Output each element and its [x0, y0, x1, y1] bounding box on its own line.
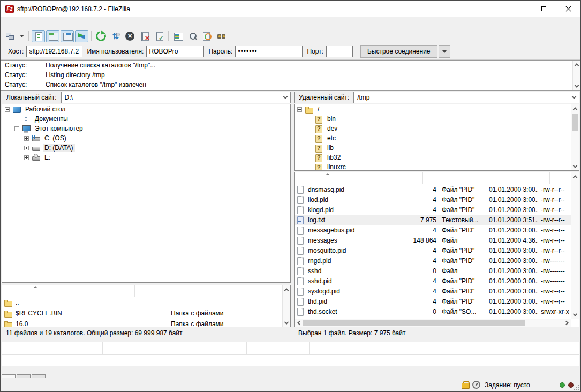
refresh-button[interactable] [94, 30, 108, 42]
thd.socket[interactable]: thd.socket 0 Файл "SO... 01.01.2000 3:00… [295, 306, 579, 316]
tree-item-lib32[interactable]: lib32 [295, 153, 579, 162]
menu-view[interactable] [21, 21, 31, 25]
column-header[interactable] [295, 172, 393, 184]
scroll-up-icon[interactable] [571, 104, 579, 112]
toggle-remote-tree-button[interactable] [61, 30, 74, 42]
close-button[interactable] [556, 1, 580, 17]
scroll-up-icon[interactable] [573, 61, 580, 69]
menu-server[interactable] [40, 21, 50, 25]
remote-list-hscrollbar[interactable] [295, 319, 571, 327]
tree-item-lib[interactable]: lib [295, 143, 579, 153]
dnsmasq.pid[interactable]: dnsmasq.pid 4 Файл "PID" 01.01.2000 3:00… [295, 184, 579, 194]
column-header[interactable] [393, 172, 423, 184]
column-header[interactable] [168, 285, 232, 297]
local-list-scrollbar[interactable] [282, 285, 290, 327]
log-scrollbar[interactable] [572, 61, 580, 90]
scroll-up-icon[interactable] [571, 172, 579, 180]
..[interactable]: .. [2, 297, 290, 308]
site-manager-dropdown[interactable] [18, 30, 26, 42]
scroll-up-icon[interactable] [283, 285, 290, 293]
column-header[interactable] [232, 285, 283, 297]
rngd.pid[interactable]: rngd.pid 4 Файл "PID" 01.01.2000 3:00...… [295, 255, 579, 266]
column-header[interactable] [2, 285, 135, 297]
column-header[interactable] [276, 342, 310, 354]
tree-item-this-pc[interactable]: Этот компьютер [2, 124, 290, 133]
find-files-button[interactable] [215, 30, 228, 42]
column-header[interactable] [310, 342, 384, 354]
column-header[interactable] [511, 172, 550, 184]
remote-tree-scrollbar[interactable] [571, 104, 579, 170]
scroll-thumb[interactable] [303, 320, 525, 326]
column-header[interactable] [423, 172, 465, 184]
directory-comparison-button[interactable] [171, 30, 185, 42]
host-input[interactable] [26, 46, 82, 57]
speed-limits-icon[interactable] [472, 381, 480, 389]
local-path-dropdown-icon[interactable] [281, 92, 290, 103]
cancel-operation-button[interactable] [123, 30, 137, 42]
tree-item-bin[interactable]: bin [295, 114, 579, 124]
menu-transfer[interactable] [31, 21, 40, 25]
tree-item-dev[interactable]: dev [295, 124, 579, 133]
quickconnect-button[interactable]: Быстрое соединение [360, 45, 437, 58]
menu-edit[interactable] [11, 21, 21, 25]
column-header[interactable] [2, 342, 103, 354]
tree-item-etc[interactable]: etc [295, 133, 579, 143]
minimize-button[interactable] [507, 1, 531, 17]
local-path-combobox[interactable]: D:\ [62, 92, 281, 103]
scroll-right-icon[interactable] [563, 319, 571, 327]
tree-item-drive-c[interactable]: C: (OS) [2, 133, 290, 143]
tree-item-documents[interactable]: Документы [2, 114, 290, 124]
tree-expander-icon[interactable] [5, 107, 10, 112]
column-header[interactable] [133, 342, 247, 354]
tree-item-desktop[interactable]: Рабочий стол [2, 104, 290, 114]
mosquitto.pid[interactable]: mosquitto.pid 4 Файл "PID" 01.01.2000 3:… [295, 245, 579, 255]
scroll-down-icon[interactable] [571, 162, 579, 170]
disconnect-button[interactable] [138, 30, 151, 42]
scroll-down-icon[interactable] [573, 82, 580, 90]
password-input[interactable] [235, 46, 303, 57]
toggle-transfer-queue-button[interactable] [75, 30, 88, 42]
scroll-left-icon[interactable] [295, 319, 303, 327]
tree-expander-icon[interactable] [24, 155, 29, 160]
username-input[interactable] [146, 46, 204, 57]
remote-list-vscrollbar[interactable] [571, 172, 579, 319]
tree-item-drive-e[interactable]: E: [2, 153, 290, 162]
column-header[interactable] [135, 285, 168, 297]
scroll-thumb[interactable] [572, 114, 578, 131]
klogd.pid[interactable]: klogd.pid 4 Файл "PID" 01.01.2000 3:00..… [295, 205, 579, 215]
reconnect-button[interactable] [152, 30, 165, 42]
tree-expander-icon[interactable] [24, 146, 29, 150]
tree-expander-icon[interactable] [24, 136, 29, 141]
toggle-local-tree-button[interactable] [46, 30, 59, 42]
column-header[interactable] [465, 172, 512, 184]
thd.pid[interactable]: thd.pid 4 Файл "PID" 01.01.2000 3:00... … [295, 296, 579, 306]
lock-icon[interactable] [462, 381, 469, 389]
port-input[interactable] [326, 46, 353, 57]
sshd.pid[interactable]: sshd.pid 4 Файл "PID" 01.01.2000 3:00...… [295, 276, 579, 286]
remote-path-dropdown-icon[interactable] [569, 92, 579, 103]
quickconnect-dropdown[interactable] [439, 45, 450, 58]
scroll-down-icon[interactable] [571, 311, 579, 319]
menu-bookmarks[interactable] [50, 21, 59, 25]
iiod.pid[interactable]: iiod.pid 4 Файл "PID" 01.01.2000 3:00...… [295, 194, 579, 205]
log.txt[interactable]: log.txt 7 975 Текстовый... 01.01.2000 3:… [295, 215, 579, 225]
messagebus.pid[interactable]: messagebus.pid 4 Файл "PID" 01.01.2000 3… [295, 225, 579, 235]
column-header[interactable] [103, 342, 133, 354]
tree-item-root[interactable]: / [295, 104, 579, 114]
scroll-down-icon[interactable] [283, 319, 290, 327]
messages[interactable]: messages 148 864 Файл 01.01.2000 4:36...… [295, 235, 579, 245]
sshd[interactable]: sshd 0 Файл 01.01.2000 3:00... -rw------… [295, 266, 579, 276]
process-queue-button[interactable] [109, 30, 122, 42]
16.0[interactable]: 16.0 Папка с файлами [2, 319, 290, 327]
remote-path-combobox[interactable]: /tmp [354, 92, 569, 103]
filename-filters-button[interactable] [186, 30, 199, 42]
tree-item-drive-d[interactable]: D: (DATA) [2, 143, 290, 153]
maximize-button[interactable] [531, 1, 556, 17]
menu-help[interactable] [59, 21, 69, 25]
menu-new-version[interactable] [69, 21, 79, 25]
resize-grip[interactable] [573, 384, 579, 390]
$RECYCLE.BIN[interactable]: $RECYCLE.BIN Папка с файлами [2, 308, 290, 319]
menu-file[interactable] [2, 21, 11, 25]
site-manager-button[interactable] [3, 30, 17, 42]
tree-expander-icon[interactable] [14, 126, 19, 131]
